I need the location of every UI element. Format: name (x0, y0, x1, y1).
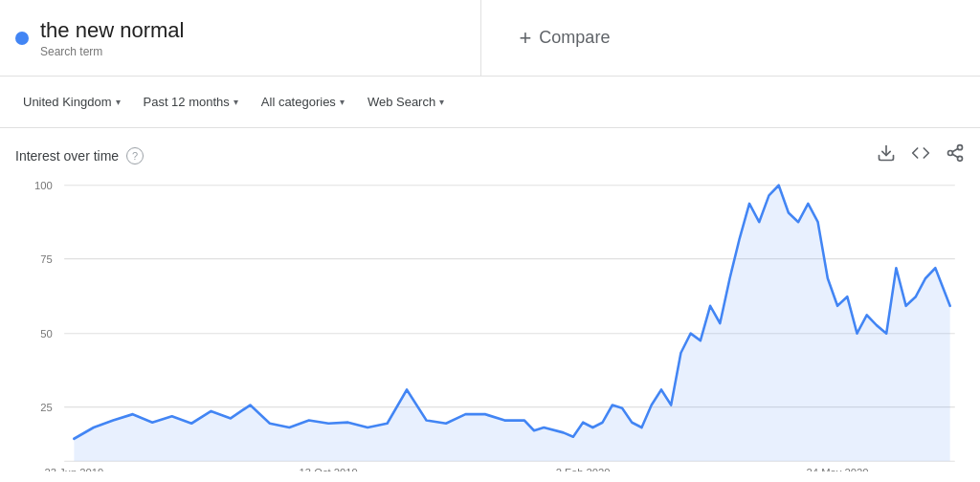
compare-plus-icon: + (520, 26, 532, 51)
search-type-label: Web Search (368, 95, 435, 109)
period-arrow-icon: ▾ (234, 97, 238, 107)
svg-text:100: 100 (34, 180, 53, 191)
svg-text:2 Feb 2020: 2 Feb 2020 (556, 467, 611, 471)
svg-line-5 (952, 148, 958, 151)
svg-line-4 (952, 154, 958, 157)
period-label: Past 12 months (144, 95, 230, 109)
svg-text:13 Oct 2019: 13 Oct 2019 (300, 467, 358, 471)
period-filter[interactable]: Past 12 months ▾ (136, 89, 246, 115)
svg-text:23 Jun 2019: 23 Jun 2019 (44, 467, 103, 471)
embed-icon[interactable] (911, 143, 930, 167)
region-arrow-icon: ▾ (116, 97, 121, 107)
search-term-dot (15, 32, 29, 45)
category-arrow-icon: ▾ (340, 97, 345, 107)
search-type-arrow-icon: ▾ (439, 97, 444, 107)
region-filter[interactable]: United Kingdom ▾ (15, 89, 128, 115)
svg-text:24 May 2020: 24 May 2020 (807, 467, 869, 471)
search-type-filter[interactable]: Web Search ▾ (360, 89, 452, 115)
svg-text:50: 50 (40, 328, 53, 340)
category-filter[interactable]: All categories ▾ (254, 89, 352, 115)
compare-button[interactable]: + Compare (520, 26, 611, 51)
download-icon[interactable] (877, 143, 896, 167)
trend-chart-container: 100 75 50 25 23 Jun 2019 13 Oct 2019 2 F… (15, 175, 965, 471)
category-label: All categories (261, 95, 336, 109)
help-icon[interactable]: ? (126, 147, 144, 164)
search-term-name: the new normal (40, 18, 184, 43)
share-icon[interactable] (946, 143, 965, 167)
compare-label: Compare (539, 28, 610, 48)
region-label: United Kingdom (23, 95, 112, 109)
svg-text:25: 25 (40, 402, 53, 413)
svg-text:75: 75 (40, 253, 53, 265)
search-term-type: Search term (40, 45, 184, 58)
chart-title: Interest over time (15, 148, 119, 164)
